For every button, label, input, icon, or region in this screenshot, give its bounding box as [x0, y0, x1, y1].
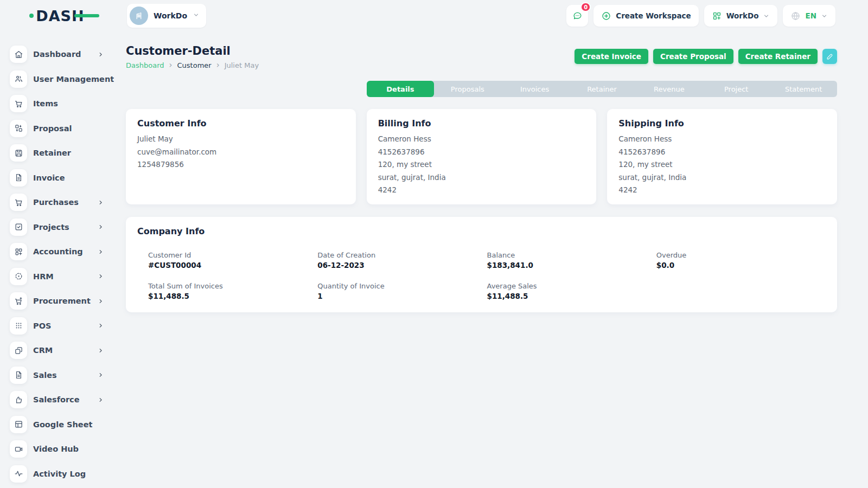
card-line: surat, gujrat, India	[378, 173, 585, 183]
sidebar-item-items[interactable]: Items	[10, 95, 104, 112]
messages-count-badge: 0	[580, 2, 591, 12]
tab-retainer[interactable]: Retainer	[569, 81, 636, 97]
language-selector[interactable]: EN	[783, 5, 835, 27]
logo-dot	[29, 14, 34, 18]
tab-statement[interactable]: Statement	[770, 81, 837, 97]
sidebar-item-purchases[interactable]: Purchases	[10, 194, 104, 211]
sidebar-item-crm[interactable]: CRM	[10, 342, 104, 359]
card-title: Customer Info	[137, 118, 344, 129]
sidebar-item-sales[interactable]: Sales	[10, 367, 104, 384]
chevron-right-icon	[97, 199, 104, 206]
copy-icon	[10, 342, 27, 359]
customer-info-card: Customer InfoJuliet Maycuve@mailinator.c…	[126, 109, 356, 204]
sidebar-item-label: Purchases	[33, 198, 79, 207]
chevron-right-icon	[97, 298, 104, 305]
chevron-down-icon	[763, 12, 770, 20]
cart-icon	[10, 95, 27, 112]
sidebar-item-label: POS	[33, 322, 51, 330]
tab-details[interactable]: Details	[367, 81, 434, 97]
card-line: 120, my street	[618, 160, 826, 170]
workdo-menu-button[interactable]: WorkDo	[704, 5, 778, 27]
card-line: 4152637896	[618, 147, 826, 157]
main-content: Customer-Detail Dashboard › Customer › J…	[114, 31, 868, 488]
sidebar-item-label: Video Hub	[33, 445, 79, 453]
building-icon	[130, 7, 148, 25]
tab-proposals[interactable]: Proposals	[434, 81, 501, 97]
sidebar-item-accounting[interactable]: Accounting	[10, 243, 104, 260]
sidebar-item-label: Activity Log	[33, 470, 86, 478]
grid-plus-icon	[712, 11, 722, 21]
messages-button[interactable]: 0	[566, 5, 588, 27]
sidebar-item-label: Google Sheet	[33, 420, 92, 429]
logo-bar	[74, 14, 99, 17]
company-field-balance: Balance$183,841.0	[487, 251, 656, 269]
file-icon	[10, 169, 27, 187]
create-retainer-button[interactable]: Create Retainer	[738, 49, 818, 64]
card-line: Cameron Hess	[378, 134, 585, 144]
create-workspace-button[interactable]: Create Workspace	[593, 5, 698, 27]
sidebar-item-label: HRM	[33, 272, 54, 281]
sidebar-item-dashboard[interactable]: Dashboard	[10, 46, 104, 63]
sidebar-item-activity-log[interactable]: Activity Log	[10, 465, 104, 483]
sidebar-item-label: Proposal	[33, 124, 72, 133]
users-icon	[10, 70, 27, 88]
sidebar-item-label: Salesforce	[33, 395, 80, 404]
tab-project[interactable]: Project	[703, 81, 770, 97]
thumbs-up-icon	[10, 391, 27, 408]
company-field-quantity-of-invoice: Quantity of Invoice1	[317, 282, 487, 300]
sidebar-item-projects[interactable]: Projects	[10, 219, 104, 236]
breadcrumb-link-dashboard[interactable]: Dashboard	[126, 61, 164, 69]
sidebar-item-google-sheet[interactable]: Google Sheet	[10, 416, 104, 433]
cart-plus-icon	[10, 292, 27, 310]
company-info-card: Company Info Customer Id#CUST00004Date o…	[126, 217, 837, 312]
create-invoice-button[interactable]: Create Invoice	[575, 49, 648, 64]
workspace-name: WorkDo	[154, 11, 187, 20]
activity-icon	[10, 465, 27, 483]
dash-logo[interactable]: DASH	[29, 8, 84, 24]
shipping-info-card: Shipping InfoCameron Hess4152637896120, …	[607, 109, 837, 204]
sidebar-item-invoice[interactable]: Invoice	[10, 169, 104, 187]
workspace-selector[interactable]: WorkDo	[127, 4, 206, 28]
sidebar-item-procurement[interactable]: Procurement	[10, 292, 104, 310]
breadcrumb-current: Juliet May	[225, 61, 259, 69]
sidebar-item-proposal[interactable]: Proposal	[10, 120, 104, 137]
field-value: $11,488.5	[148, 292, 317, 300]
sidebar-item-hrm[interactable]: HRM	[10, 268, 104, 285]
card-title: Billing Info	[378, 118, 585, 129]
sidebar-item-pos[interactable]: POS	[10, 317, 104, 335]
chevron-down-icon	[193, 11, 200, 20]
create-workspace-label: Create Workspace	[616, 11, 691, 20]
field-value: 1	[317, 292, 487, 300]
company-field-total-sum-of-invoices: Total Sum of Invoices$11,488.5	[148, 282, 317, 300]
tab-revenue[interactable]: Revenue	[635, 81, 703, 97]
chevron-right-icon: ›	[216, 61, 220, 69]
chevron-right-icon	[97, 248, 104, 255]
card-line: 120, my street	[378, 160, 585, 170]
page-title: Customer-Detail	[126, 44, 259, 57]
field-value: #CUST00004	[148, 261, 317, 269]
breadcrumb: Dashboard › Customer › Juliet May	[126, 61, 259, 69]
chevron-right-icon	[97, 322, 104, 329]
chat-icon	[572, 11, 583, 21]
sidebar-item-salesforce[interactable]: Salesforce	[10, 391, 104, 408]
globe-icon	[790, 11, 801, 21]
transfer-icon	[10, 120, 27, 137]
company-field-average-sales: Average Sales$11,488.5	[487, 282, 656, 300]
card-line: 1254879856	[137, 160, 344, 170]
file-icon	[10, 367, 27, 384]
edit-customer-button[interactable]	[822, 49, 837, 64]
sidebar-item-label: Items	[33, 99, 58, 108]
sidebar-item-label: User Management	[33, 75, 114, 84]
sidebar-item-user-management[interactable]: User Management	[10, 70, 104, 88]
field-value: $0.0	[656, 261, 826, 269]
sidebar-item-video-hub[interactable]: Video Hub	[10, 440, 104, 458]
detail-tabs: DetailsProposalsInvoicesRetainerRevenueP…	[367, 81, 837, 97]
sidebar-item-retainer[interactable]: Retainer	[10, 144, 104, 162]
create-proposal-button[interactable]: Create Proposal	[653, 49, 733, 64]
card-line: Juliet May	[137, 134, 344, 144]
field-value: $11,488.5	[487, 292, 656, 300]
tab-invoices[interactable]: Invoices	[501, 81, 569, 97]
card-line: 4152637896	[378, 147, 585, 157]
sidebar-item-label: CRM	[33, 346, 53, 355]
breadcrumb-link-customer[interactable]: Customer	[177, 61, 212, 69]
